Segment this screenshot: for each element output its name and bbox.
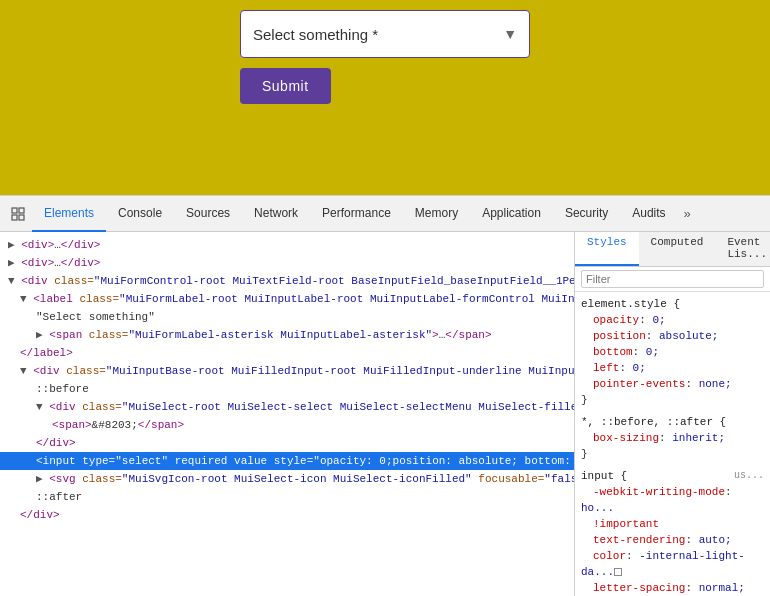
tab-memory[interactable]: Memory [403, 196, 470, 232]
styles-tabs-bar: Styles Computed Event Lis... [575, 232, 770, 267]
tab-performance[interactable]: Performance [310, 196, 403, 232]
caret-icon[interactable]: ▶ [8, 239, 15, 251]
tab-more-button[interactable]: » [678, 196, 697, 232]
devtools-panel: Elements Console Sources Network Perform… [0, 195, 770, 596]
tab-application[interactable]: Application [470, 196, 553, 232]
preview-area: Select something * ▼ Submit [0, 0, 770, 195]
dom-line: <span>&#8203;</span> [0, 416, 574, 434]
dom-line: ▼ <div class="MuiFormControl-root MuiTex… [0, 272, 574, 290]
styles-tab-computed[interactable]: Computed [639, 232, 716, 266]
style-rule-element: element.style { opacity: 0; position: ab… [581, 296, 764, 408]
select-arrow-icon: ▼ [503, 26, 517, 42]
devtools-body: ▶ <div>…</div> ▶ <div>…</div> ▼ <div cla… [0, 232, 770, 596]
caret-icon[interactable]: ▼ [20, 293, 27, 305]
dom-line: ▼ <label class="MuiFormLabel-root MuiInp… [0, 290, 574, 308]
dom-line-highlighted[interactable]: <input type="select" required value styl… [0, 452, 574, 470]
dom-line: ▶ <div>…</div> [0, 236, 574, 254]
submit-button[interactable]: Submit [240, 68, 331, 104]
svg-rect-2 [12, 215, 17, 220]
dom-line: ▼ <div class="MuiInputBase-root MuiFille… [0, 362, 574, 380]
tab-audits[interactable]: Audits [620, 196, 677, 232]
dom-line: </div> [0, 434, 574, 452]
tab-network[interactable]: Network [242, 196, 310, 232]
caret-icon[interactable]: ▶ [36, 473, 43, 485]
caret-icon[interactable]: ▼ [8, 275, 15, 287]
style-rule-universal: *, ::before, ::after { box-sizing: inher… [581, 414, 764, 462]
select-wrapper: Select something * ▼ [240, 10, 530, 58]
dom-line: ▶ <span class="MuiFormLabel-asterisk Mui… [0, 326, 574, 344]
tab-sources[interactable]: Sources [174, 196, 242, 232]
svg-rect-3 [19, 215, 24, 220]
devtools-tabs-bar: Elements Console Sources Network Perform… [0, 196, 770, 232]
caret-icon[interactable]: ▶ [36, 329, 43, 341]
tab-elements[interactable]: Elements [32, 196, 106, 232]
styles-tab-styles[interactable]: Styles [575, 232, 639, 266]
color-swatch [614, 568, 622, 576]
select-label: Select something * [253, 26, 378, 43]
styles-filter-input[interactable] [581, 270, 764, 288]
dom-line: </label> [0, 344, 574, 362]
style-rule-input: input { us... -webkit-writing-mode: ho..… [581, 468, 764, 596]
styles-filter [575, 267, 770, 292]
dom-line: </div> [0, 506, 574, 524]
tab-security[interactable]: Security [553, 196, 620, 232]
select-dropdown[interactable]: Select something * ▼ [240, 10, 530, 58]
dom-line: ::after [0, 488, 574, 506]
styles-content: element.style { opacity: 0; position: ab… [575, 292, 770, 596]
dom-line: ▶ <div>…</div> [0, 254, 574, 272]
dom-line: "Select something" [0, 308, 574, 326]
devtools-icon[interactable] [4, 200, 32, 228]
caret-icon[interactable]: ▶ [8, 257, 15, 269]
elements-panel: ▶ <div>…</div> ▶ <div>…</div> ▼ <div cla… [0, 232, 575, 596]
styles-tab-event-listeners[interactable]: Event Lis... [715, 232, 770, 266]
styles-panel: Styles Computed Event Lis... element.sty… [575, 232, 770, 596]
preview-content: Select something * ▼ Submit [240, 10, 530, 104]
tab-console[interactable]: Console [106, 196, 174, 232]
svg-rect-1 [19, 208, 24, 213]
caret-icon[interactable]: ▼ [36, 401, 43, 413]
dom-line: ▼ <div class="MuiSelect-root MuiSelect-s… [0, 398, 574, 416]
dom-line: ::before [0, 380, 574, 398]
svg-rect-0 [12, 208, 17, 213]
dom-line: ▶ <svg class="MuiSvgIcon-root MuiSelect-… [0, 470, 574, 488]
caret-icon[interactable]: ▼ [20, 365, 27, 377]
